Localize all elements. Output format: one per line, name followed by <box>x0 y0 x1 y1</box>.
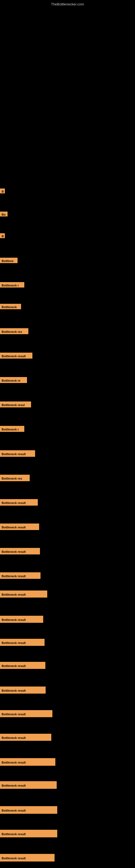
label-9: Bottleneck re <box>0 377 27 383</box>
label-11: Bottleneck r <box>0 426 24 432</box>
label-27: Bottleneck result <box>0 806 57 814</box>
label-17: Bottleneck result <box>0 572 41 579</box>
label-26: Bottleneck result <box>0 781 57 789</box>
label-12: Bottleneck result <box>0 450 35 457</box>
label-5: Bottleneck r <box>0 282 24 287</box>
label-14: Bottleneck result <box>0 499 38 506</box>
label-4: Bottlene <box>0 258 17 263</box>
label-25: Bottleneck result <box>0 758 55 766</box>
label-10: Bottleneck resul <box>0 401 31 407</box>
label-16: Bottleneck result <box>0 548 40 554</box>
label-7: Bottleneck res <box>0 328 28 334</box>
label-23: Bottleneck result <box>0 710 52 717</box>
label-2: Bo <box>0 212 8 216</box>
site-title: TheBottlenecker.com <box>51 2 84 6</box>
label-18: Bottleneck result <box>0 590 47 597</box>
label-3: B <box>0 233 5 238</box>
label-1: B <box>0 188 5 193</box>
label-19: Bottleneck result <box>0 616 43 623</box>
label-29: Bottleneck result <box>0 854 54 862</box>
label-8: Bottleneck result <box>0 352 32 359</box>
label-22: Bottleneck result <box>0 686 46 693</box>
label-15: Bottleneck result <box>0 524 39 530</box>
label-6: Bottleneck <box>0 304 21 309</box>
label-20: Bottleneck result <box>0 639 45 646</box>
label-28: Bottleneck result <box>0 830 57 837</box>
label-21: Bottleneck result <box>0 662 45 669</box>
label-13: Bottleneck res <box>0 475 30 481</box>
label-24: Bottleneck result <box>0 734 51 741</box>
